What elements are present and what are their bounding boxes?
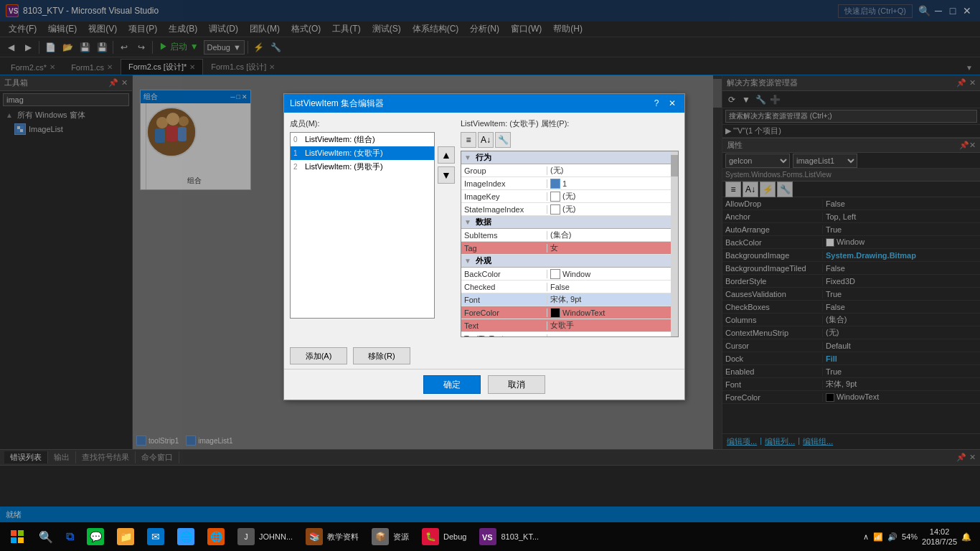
dialog-bottom-buttons: 确定 取消 <box>284 369 684 400</box>
taskbar-browser1[interactable]: 🌐 <box>171 524 200 550</box>
tray-network[interactable]: 📶 <box>873 532 883 542</box>
edu-label: 教学资料 <box>327 532 359 542</box>
tray-expand[interactable]: ∧ <box>863 532 869 542</box>
ps-forecolor[interactable]: ForeColor WindowText <box>461 306 678 319</box>
tray-volume[interactable]: 🔊 <box>887 532 897 542</box>
ps-stateimageindex[interactable]: StateImageIndex (无) <box>461 203 678 216</box>
taskbar-debug[interactable]: 🐛 Debug <box>416 524 472 550</box>
browser2-icon: 🌐 <box>207 528 225 545</box>
dialog-controls: ? ✕ <box>650 97 679 110</box>
prop-side-btn2[interactable]: A↓ <box>478 132 494 148</box>
taskbar-vs[interactable]: VS 8103_KT... <box>473 524 545 550</box>
member-item-0-label: ListViewItem: (组合) <box>305 134 375 145</box>
taskbar: 🔍 ⧉ 💬 📁 ✉ 🌐 🌐 J JOHNN... 📚 <box>0 522 980 551</box>
ps-group[interactable]: Group (无) <box>461 164 678 177</box>
ps-backcolor[interactable]: BackColor Window <box>461 268 678 281</box>
member-item-1[interactable]: 1 ListViewItem: (女歌手) <box>291 146 434 160</box>
start-button[interactable] <box>3 524 32 550</box>
ps-forecolor-swatch <box>550 308 560 318</box>
behavior-section: ▼ 行为 <box>461 151 678 164</box>
taskbar-johnn[interactable]: J JOHNN... <box>232 524 298 550</box>
resources-icon: 📦 <box>372 528 389 545</box>
dialog-footer: 添加(A) 移除(R) <box>284 343 684 369</box>
prop-side-btn1[interactable]: ≡ <box>461 132 476 148</box>
members-list[interactable]: 0 ListViewItem: (组合) 1 ListViewItem: (女歌… <box>290 132 435 319</box>
ps-backcolor-swatch <box>550 269 560 279</box>
taskbar-edu-resources[interactable]: 📚 教学资料 <box>300 524 364 550</box>
tray-notification[interactable]: 🔔 <box>961 532 971 542</box>
tray-battery[interactable]: 54% <box>902 532 918 541</box>
ps-tooltiptext[interactable]: ToolTipText <box>461 332 678 337</box>
system-tray: ∧ 📶 🔊 54% 14:02 2018/7/25 🔔 <box>863 527 977 547</box>
tray-clock[interactable]: 14:02 2018/7/25 <box>922 527 957 547</box>
taskbar-search[interactable]: 🔍 <box>33 524 59 550</box>
arrow-buttons: ▲ ▼ <box>438 146 455 319</box>
move-down-button[interactable]: ▼ <box>438 166 455 184</box>
dialog-help[interactable]: ? <box>650 97 663 110</box>
ok-button[interactable]: 确定 <box>423 375 481 394</box>
properties-side: ListViewItem: (女歌手) 属性(P): ≡ A↓ 🔧 ▼ 行为 G… <box>461 118 679 337</box>
svg-rect-13 <box>18 530 24 536</box>
ps-text[interactable]: Text 女歌手 <box>461 319 678 332</box>
member-item-0[interactable]: 0 ListViewItem: (组合) <box>291 133 434 146</box>
member-item-1-label: ListViewItem: (女歌手) <box>305 148 383 159</box>
file-explorer-icon: 📁 <box>117 528 134 545</box>
prop-side-toolbar: ≡ A↓ 🔧 <box>461 132 679 148</box>
prop-side-btn3[interactable]: 🔧 <box>495 132 511 148</box>
imagekey-swatch <box>550 192 560 202</box>
remove-button[interactable]: 移除(R) <box>353 347 410 364</box>
svg-rect-12 <box>11 530 17 536</box>
prop-side-table: ▼ 行为 Group (无) ImageIndex 1 <box>461 151 679 337</box>
imageindex-icon <box>550 179 560 189</box>
properties-side-label: ListViewItem: (女歌手) 属性(P): <box>461 118 679 129</box>
tray-time-display: 14:02 <box>922 527 957 537</box>
dialog-close[interactable]: ✕ <box>666 97 679 110</box>
move-up-button[interactable]: ▲ <box>438 146 455 164</box>
edu-icon: 📚 <box>306 528 323 545</box>
debug-icon: 🐛 <box>422 528 439 545</box>
johnn-icon: J <box>237 528 255 545</box>
dialog-title: ListViewItem 集合编辑器 <box>290 98 384 110</box>
browser1-icon: 🌐 <box>177 528 194 545</box>
ps-tag[interactable]: Tag 女 <box>461 242 678 255</box>
members-area: 0 ListViewItem: (组合) 1 ListViewItem: (女歌… <box>290 132 455 319</box>
wechat-icon: 💬 <box>87 528 104 545</box>
appearance-section: ▼ 外观 <box>461 255 678 268</box>
vs-taskbar-icon: VS <box>479 528 496 545</box>
members-panel: 成员(M): 0 ListViewItem: (组合) 1 ListViewIt… <box>290 118 455 337</box>
johnn-label: JOHNN... <box>259 532 293 541</box>
ps-checked[interactable]: Checked False <box>461 281 678 293</box>
ps-imagekey[interactable]: ImageKey (无) <box>461 190 678 203</box>
cancel-button[interactable]: 取消 <box>488 375 545 394</box>
dialog-overlay[interactable]: ListViewItem 集合编辑器 ? ✕ 成员(M): 0 ListView… <box>0 0 980 551</box>
taskbar-resources[interactable]: 📦 资源 <box>366 524 415 550</box>
resources-label: 资源 <box>393 532 409 542</box>
taskbar-browser2[interactable]: 🌐 <box>202 524 230 550</box>
svg-rect-14 <box>11 537 17 543</box>
member-item-2[interactable]: 2 ListViewItem: (男歌手) <box>291 160 434 174</box>
stateimageindex-swatch <box>550 204 560 215</box>
taskbar-task-view[interactable]: ⧉ <box>60 524 80 550</box>
taskbar-file-explorer[interactable]: 📁 <box>111 524 140 550</box>
members-label: 成员(M): <box>290 118 455 129</box>
ps-font[interactable]: Font 宋体, 9pt <box>461 293 678 306</box>
collection-editor-dialog: ListViewItem 集合编辑器 ? ✕ 成员(M): 0 ListView… <box>283 93 685 400</box>
debug-label: Debug <box>443 532 466 541</box>
dialog-titlebar: ListViewItem 集合编辑器 ? ✕ <box>284 94 684 113</box>
ps-imageindex[interactable]: ImageIndex 1 <box>461 177 678 190</box>
ps-subitems[interactable]: SubItems (集合) <box>461 229 678 242</box>
tray-date-display: 2018/7/25 <box>922 537 957 547</box>
mail-icon: ✉ <box>147 528 164 545</box>
dialog-body: 成员(M): 0 ListViewItem: (组合) 1 ListViewIt… <box>284 113 684 343</box>
vs-taskbar-label: 8103_KT... <box>501 532 539 541</box>
svg-text:VS: VS <box>482 533 493 542</box>
taskbar-mail[interactable]: ✉ <box>141 524 170 550</box>
member-item-2-label: ListViewItem: (男歌手) <box>305 161 383 172</box>
add-button[interactable]: 添加(A) <box>290 347 347 364</box>
svg-rect-15 <box>18 537 24 543</box>
taskbar-wechat[interactable]: 💬 <box>81 524 110 550</box>
data-section: ▼ 数据 <box>461 216 678 229</box>
